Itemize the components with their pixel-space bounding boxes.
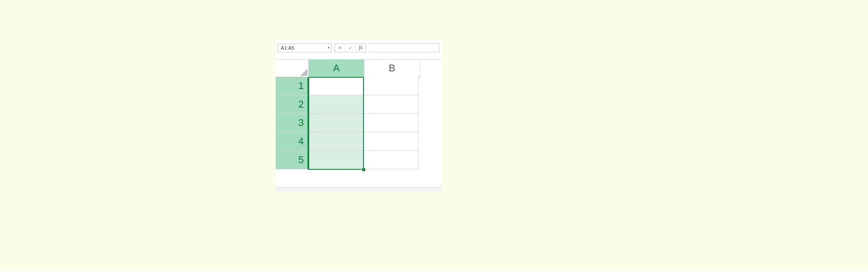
column-header-A[interactable]: A (309, 60, 364, 78)
check-icon: ✓ (348, 45, 353, 51)
column-header-label: A (333, 62, 340, 74)
column-header-row: A B (276, 60, 441, 77)
row-header-2[interactable]: 2 (276, 95, 308, 114)
cell-B3[interactable] (363, 114, 419, 132)
column-header-B[interactable]: B (364, 60, 420, 78)
formula-buttons: ✕ ✓ fx (335, 43, 366, 52)
select-all-corner[interactable] (276, 60, 309, 78)
close-icon: ✕ (338, 45, 342, 51)
svg-marker-0 (300, 69, 307, 76)
row-header-label: 4 (298, 136, 304, 147)
cell-A4[interactable] (308, 132, 363, 151)
column-header-label: B (389, 62, 396, 74)
cancel-button[interactable]: ✕ (335, 44, 345, 52)
row-header-label: 5 (298, 154, 304, 166)
name-box[interactable]: A1:A5 ▾ (278, 43, 332, 52)
row-5: 5 (276, 151, 441, 169)
row-header-label: 2 (298, 98, 304, 110)
horizontal-scrollbar[interactable] (276, 187, 441, 192)
cell-A5[interactable] (308, 151, 363, 169)
cell-grid: A B 1 2 3 (276, 60, 441, 169)
cell-A2[interactable] (308, 95, 363, 114)
select-all-triangle-icon (300, 69, 307, 76)
cell-B4[interactable] (363, 132, 419, 151)
row-1: 1 (276, 77, 441, 95)
fx-icon: fx (359, 44, 363, 51)
name-box-value: A1:A5 (281, 45, 294, 51)
chevron-down-icon: ▾ (328, 46, 330, 50)
fill-handle[interactable] (362, 168, 366, 172)
row-header-4[interactable]: 4 (276, 132, 308, 151)
row-2: 2 (276, 95, 441, 114)
row-header-1[interactable]: 1 (276, 77, 308, 95)
formula-input[interactable] (369, 43, 439, 52)
cell-B1[interactable] (363, 77, 419, 95)
cell-A3[interactable] (308, 114, 363, 132)
cell-A1[interactable] (308, 77, 363, 95)
cell-B5[interactable] (363, 151, 419, 169)
row-header-3[interactable]: 3 (276, 114, 308, 132)
row-3: 3 (276, 114, 441, 132)
formula-bar: A1:A5 ▾ ✕ ✓ fx (276, 40, 441, 55)
row-header-5[interactable]: 5 (276, 151, 308, 169)
insert-function-button[interactable]: fx (356, 44, 366, 52)
toolbar-divider (276, 55, 441, 60)
row-header-label: 1 (298, 80, 304, 92)
row-header-label: 3 (298, 117, 304, 129)
cell-B2[interactable] (363, 95, 419, 114)
row-4: 4 (276, 132, 441, 151)
spreadsheet-window: A1:A5 ▾ ✕ ✓ fx A (276, 40, 441, 192)
enter-button[interactable]: ✓ (345, 44, 356, 52)
